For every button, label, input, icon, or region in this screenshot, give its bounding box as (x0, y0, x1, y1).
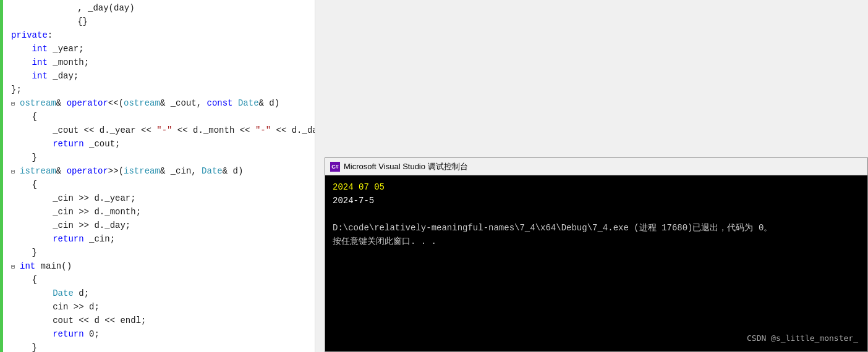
code-line: return _cout; (11, 137, 315, 151)
console-body: 2024 07 05 2024-7-5 D:\code\relatively-m… (325, 175, 867, 351)
code-line: { (11, 273, 315, 287)
code-line: } (11, 151, 315, 164)
console-output-line: D:\code\relatively-meaningful-names\7_4\… (333, 221, 860, 235)
code-line: int _day; (11, 69, 315, 83)
code-line: Date d; (11, 287, 315, 300)
code-line: return 0; (11, 327, 315, 341)
code-line: { (11, 178, 315, 191)
console-output-line (333, 207, 860, 221)
code-line: } (11, 246, 315, 259)
code-line: , _day(day) (11, 1, 315, 15)
code-line: int _year; (11, 42, 315, 56)
console-titlebar: C# Microsoft Visual Studio 调试控制台 (325, 158, 867, 175)
code-line: return _cin; (11, 232, 315, 246)
code-line: _cin >> d._month; (11, 205, 315, 219)
code-line: private: (11, 28, 315, 42)
code-panel: , _day(day) {} private: int _year; int _… (0, 0, 315, 352)
green-bar (0, 0, 3, 352)
console-output-line: 2024 07 05 (333, 180, 860, 194)
code-content: , _day(day) {} private: int _year; int _… (0, 0, 315, 352)
right-panel: C# Microsoft Visual Studio 调试控制台 2024 07… (315, 0, 868, 352)
code-line: _cin >> d._year; (11, 191, 315, 205)
code-line: ⊟istream& operator>>(istream& _cin, Date… (11, 164, 315, 178)
code-line: cout << d << endl; (11, 314, 315, 327)
console-icon: C# (330, 162, 340, 172)
console-output-line: 2024-7-5 (333, 194, 860, 207)
code-line: _cout << d._year << "-" << d._month << "… (11, 124, 315, 137)
code-line: ⊟ostream& operator<<(ostream& _cout, con… (11, 96, 315, 110)
console-title: Microsoft Visual Studio 调试控制台 (344, 161, 468, 172)
code-line: } (11, 341, 315, 352)
console-watermark: CSDN @s_little_monster_ (747, 332, 858, 345)
code-line: int _month; (11, 56, 315, 69)
code-line: _cin >> d._day; (11, 219, 315, 232)
console-window: C# Microsoft Visual Studio 调试控制台 2024 07… (325, 157, 868, 352)
console-output-line: 按任意键关闭此窗口. . . (333, 235, 860, 248)
fold-icon[interactable]: ⊟ (11, 166, 19, 173)
code-line: ⊟int main() (11, 259, 315, 273)
code-line: { (11, 110, 315, 124)
code-line: }; (11, 83, 315, 96)
code-line: {} (11, 15, 315, 28)
fold-icon[interactable]: ⊟ (11, 98, 19, 105)
code-line: cin >> d; (11, 300, 315, 314)
fold-icon[interactable]: ⊟ (11, 261, 19, 268)
